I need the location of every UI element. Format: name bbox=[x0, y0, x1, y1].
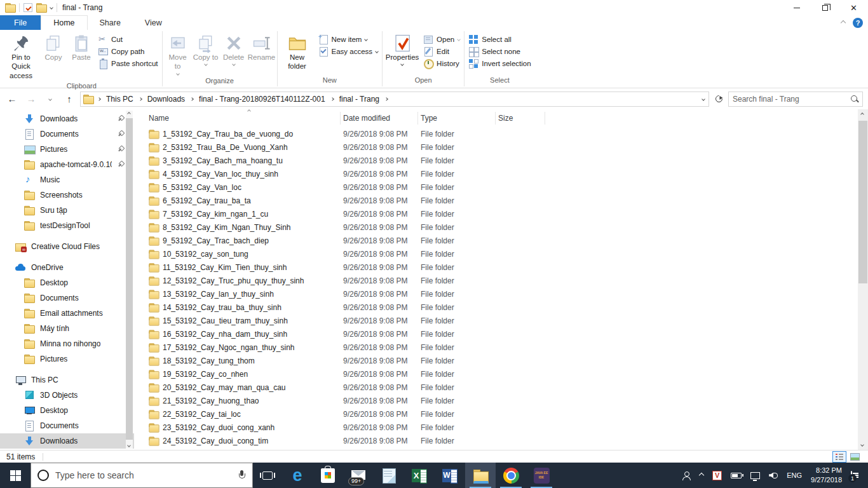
scroll-down-icon[interactable] bbox=[860, 443, 864, 447]
open-button[interactable]: Open bbox=[423, 34, 460, 44]
taskbar-mail-button[interactable]: 99+ bbox=[343, 463, 374, 488]
taskbar-eclipse-button[interactable]: JAVA EE IDE bbox=[526, 463, 557, 488]
unikey-icon[interactable]: V bbox=[712, 471, 722, 480]
people-icon[interactable] bbox=[682, 471, 691, 480]
restore-button[interactable] bbox=[811, 0, 839, 15]
help-icon[interactable]: ? bbox=[853, 18, 863, 28]
file-row[interactable]: 24_53192_Cay_duoi_cong_tim9/26/2018 9:08… bbox=[146, 434, 868, 447]
customize-qat-caret-icon[interactable] bbox=[50, 6, 53, 10]
taskbar-store-button[interactable] bbox=[313, 463, 343, 488]
sidebar-item-3d-objects[interactable]: 3D Objects bbox=[0, 388, 134, 403]
taskbar-word-button[interactable] bbox=[435, 463, 465, 488]
taskbar-chrome-button[interactable] bbox=[496, 463, 526, 488]
properties-button[interactable]: Properties bbox=[384, 32, 421, 67]
file-row[interactable]: 1_53192_Cay_Trau_ba_de_vuong_do9/26/2018… bbox=[146, 127, 868, 140]
taskbar-search-input[interactable] bbox=[55, 470, 232, 480]
paste-button[interactable]: Paste bbox=[67, 32, 95, 64]
file-row[interactable]: 19_53192_Cay_co_nhen9/26/2018 9:08 PMFil… bbox=[146, 367, 868, 381]
sidebar-item-documents[interactable]: Documents bbox=[0, 126, 134, 142]
file-row[interactable]: 23_53192_Cay_duoi_cong_xanh9/26/2018 9:0… bbox=[146, 421, 868, 434]
recent-locations-caret-icon[interactable] bbox=[42, 92, 58, 107]
search-input[interactable] bbox=[733, 95, 846, 104]
clock[interactable]: 8:32 PM 9/27/2018 bbox=[811, 466, 842, 485]
tab-home[interactable]: Home bbox=[41, 15, 87, 30]
sidebar-item-pictures[interactable]: Pictures bbox=[0, 351, 134, 367]
file-row[interactable]: 21_53192_Cay_huong_thao9/26/2018 9:08 PM… bbox=[146, 394, 868, 407]
forward-button[interactable]: → bbox=[23, 92, 39, 107]
file-row[interactable]: 12_53192_Cay_Truc_phu_quy_thuy_sinh9/26/… bbox=[146, 274, 868, 287]
sidebar-scrollbar[interactable] bbox=[126, 111, 133, 449]
taskbar-explorer-button[interactable] bbox=[465, 463, 496, 488]
file-row[interactable]: 10_53192_cay_son_tung9/26/2018 9:08 PMFi… bbox=[146, 247, 868, 261]
scroll-up-icon[interactable] bbox=[860, 112, 864, 116]
sidebar-item-downloads[interactable]: Downloads bbox=[0, 111, 134, 126]
tab-share[interactable]: Share bbox=[88, 15, 133, 30]
copy-to-button[interactable]: Copy to bbox=[192, 32, 220, 67]
breadcrumb-this-pc[interactable]: This PC bbox=[105, 95, 135, 104]
file-row[interactable]: 20_53192_Cay_may_man_qua_cau9/26/2018 9:… bbox=[146, 381, 868, 394]
microphone-icon[interactable] bbox=[238, 470, 246, 480]
file-list-scrollbar[interactable] bbox=[858, 109, 868, 450]
column-header-date-modified[interactable]: Date modified bbox=[341, 112, 418, 125]
column-header-type[interactable]: Type bbox=[418, 112, 496, 125]
sidebar-item-this-pc[interactable]: This PC bbox=[0, 372, 134, 388]
file-row[interactable]: 15_53192_Cau_tieu_tram_thuy_sinh9/26/201… bbox=[146, 314, 868, 327]
new-folder-button[interactable]: New folder bbox=[279, 32, 316, 73]
sidebar-item-downloads[interactable]: Downloads bbox=[0, 433, 134, 449]
scrollbar-thumb[interactable] bbox=[126, 118, 133, 440]
invert-selection-button[interactable]: Invert selection bbox=[468, 58, 531, 69]
file-row[interactable]: 11_53192_Cay_Kim_Tien_thuy_sinh9/26/2018… bbox=[146, 261, 868, 274]
delete-button[interactable]: Delete bbox=[220, 32, 248, 67]
breadcrumb-downloads[interactable]: Downloads bbox=[146, 95, 186, 104]
paste-shortcut-button[interactable]: Paste shortcut bbox=[98, 58, 158, 69]
battery-icon[interactable] bbox=[731, 473, 742, 478]
sidebar-item-desktop[interactable]: Desktop bbox=[0, 403, 134, 418]
file-row[interactable]: 7_53192_Cay_kim_ngan_1_cu9/26/2018 9:08 … bbox=[146, 207, 868, 220]
sidebar-item-documents[interactable]: Documents bbox=[0, 290, 134, 306]
file-row[interactable]: 6_53192_Cay_trau_ba_ta9/26/2018 9:08 PMF… bbox=[146, 194, 868, 207]
sidebar-item-s-u-t-p[interactable]: Sưu tập bbox=[0, 203, 134, 218]
sidebar-item-screenshots[interactable]: Screenshots bbox=[0, 187, 134, 203]
taskbar-search[interactable] bbox=[31, 463, 253, 488]
action-center-button[interactable]: 1 bbox=[851, 471, 852, 479]
hidden-icons-chevron-icon[interactable] bbox=[699, 473, 704, 478]
file-row[interactable]: 3_53192_Cay_Bach_ma_hoang_tu9/26/2018 9:… bbox=[146, 154, 868, 167]
up-button[interactable]: ↑ bbox=[61, 92, 78, 107]
file-row[interactable]: 4_53192_Cay_Van_loc_thuy_sinh9/26/2018 9… bbox=[146, 167, 868, 180]
tab-view[interactable]: View bbox=[133, 15, 174, 30]
column-header-size[interactable]: Size bbox=[496, 112, 545, 125]
file-row[interactable]: 2_53192_Trau_Ba_De_Vuong_Xanh9/26/2018 9… bbox=[146, 140, 868, 154]
sidebar-item-desktop[interactable]: Desktop bbox=[0, 275, 134, 290]
start-button[interactable] bbox=[0, 463, 31, 488]
file-row[interactable]: 14_53192_Cay_trau_ba_thuy_sinh9/26/2018 … bbox=[146, 301, 868, 314]
edit-button[interactable]: Edit bbox=[423, 46, 460, 57]
sidebar-item-documents[interactable]: Documents bbox=[0, 418, 134, 433]
column-header-name[interactable]: Name bbox=[146, 112, 341, 125]
thumbnails-view-button[interactable] bbox=[848, 451, 862, 463]
minimize-button[interactable] bbox=[782, 0, 811, 15]
file-row[interactable]: 17_53192_Cay_Ngoc_ngan_thuy_sinh9/26/201… bbox=[146, 341, 868, 354]
address-dropdown-icon[interactable] bbox=[702, 97, 705, 101]
taskbar-notepad-button[interactable] bbox=[374, 463, 404, 488]
breadcrumb-zip-folder[interactable]: final - Trang-20180926T140112Z-001 bbox=[198, 95, 327, 104]
file-row[interactable]: 16_53192_Cay_nha_dam_thuy_sinh9/26/2018 … bbox=[146, 327, 868, 341]
task-view-button[interactable] bbox=[253, 463, 282, 488]
breadcrumb-final-trang[interactable]: final - Trang bbox=[338, 95, 381, 104]
move-to-button[interactable]: Move to bbox=[164, 32, 192, 77]
file-row[interactable]: 22_53192_Cay_tai_loc9/26/2018 9:08 PMFil… bbox=[146, 407, 868, 421]
tab-file[interactable]: File bbox=[0, 15, 41, 30]
collapse-ribbon-icon[interactable] bbox=[841, 20, 846, 25]
network-icon[interactable] bbox=[750, 472, 760, 479]
file-row[interactable]: 9_53192_Cay_Trac_bach_diep9/26/2018 9:08… bbox=[146, 234, 868, 247]
pin-to-quick-access-button[interactable]: Pin to Quick access bbox=[3, 32, 39, 82]
copy-button[interactable]: Copy bbox=[39, 32, 67, 64]
taskbar-excel-button[interactable] bbox=[404, 463, 435, 488]
sidebar-item-testdesigntool[interactable]: testDesignTool bbox=[0, 218, 134, 233]
scroll-up-icon[interactable] bbox=[127, 112, 131, 116]
language-indicator[interactable]: ENG bbox=[787, 471, 802, 479]
select-all-button[interactable]: Select all bbox=[468, 34, 531, 44]
new-folder-qat-icon[interactable] bbox=[36, 3, 46, 12]
history-button[interactable]: History bbox=[423, 58, 460, 69]
sidebar-item-apache-tomcat-9-0-10[interactable]: apache-tomcat-9.0.10 bbox=[0, 157, 134, 172]
copy-path-button[interactable]: Copy path bbox=[98, 46, 158, 57]
